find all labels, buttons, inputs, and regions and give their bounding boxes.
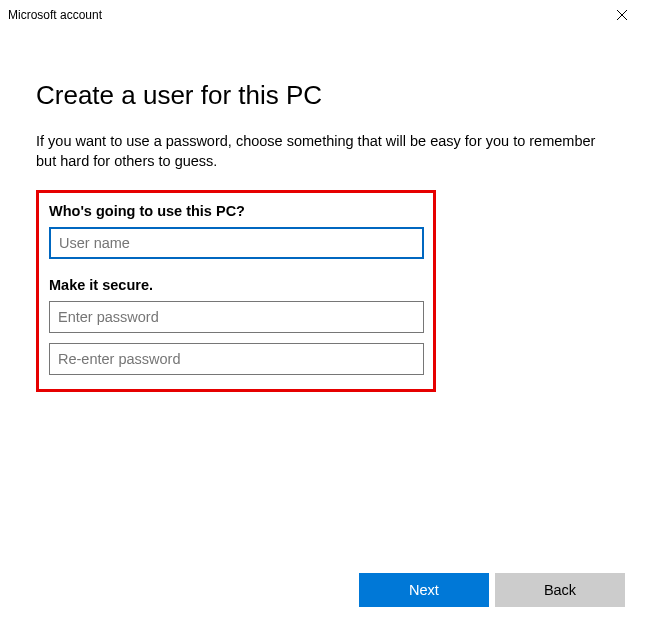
titlebar: Microsoft account xyxy=(0,0,645,30)
next-button[interactable]: Next xyxy=(359,573,489,607)
footer-buttons: Next Back xyxy=(359,573,625,607)
confirm-password-input[interactable] xyxy=(49,343,424,375)
page-subtext: If you want to use a password, choose so… xyxy=(36,131,609,172)
close-button[interactable] xyxy=(599,0,645,30)
content-area: Create a user for this PC If you want to… xyxy=(0,30,645,392)
page-headline: Create a user for this PC xyxy=(36,80,609,111)
password-section-label: Make it secure. xyxy=(49,277,423,293)
close-icon xyxy=(616,9,628,21)
username-section-label: Who's going to use this PC? xyxy=(49,203,423,219)
window-title: Microsoft account xyxy=(8,8,102,22)
username-input[interactable] xyxy=(49,227,424,259)
password-input[interactable] xyxy=(49,301,424,333)
form-highlight-box: Who's going to use this PC? Make it secu… xyxy=(36,190,436,392)
back-button[interactable]: Back xyxy=(495,573,625,607)
